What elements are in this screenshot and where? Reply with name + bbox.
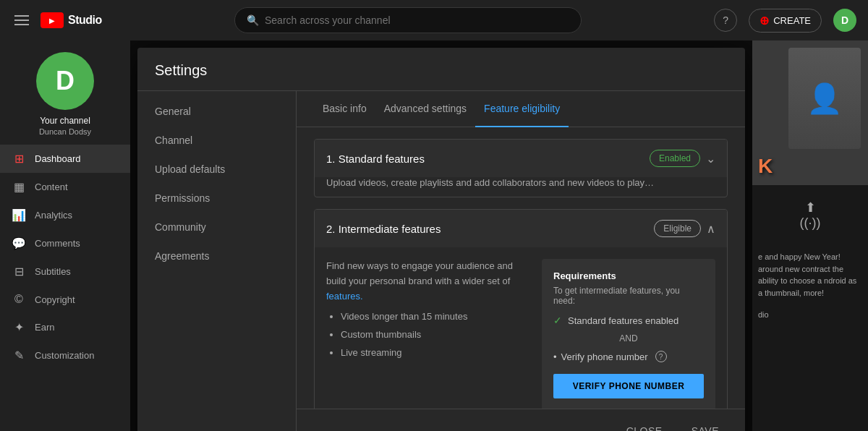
analytics-icon: 📊 <box>12 208 26 222</box>
feature-intermediate-title: 2. Intermediate features <box>326 223 441 235</box>
main-layout: D Your channel Duncan Dodsy ⊞ Dashboard … <box>0 40 868 431</box>
create-plus-icon: ⊕ <box>760 14 769 27</box>
tab-basic-info[interactable]: Basic info <box>314 91 375 127</box>
logo-text: Studio <box>68 14 102 27</box>
settings-nav-permissions[interactable]: Permissions <box>137 184 296 213</box>
cast-icon[interactable]: ((·)) <box>800 216 821 231</box>
settings-nav-community[interactable]: Community <box>137 213 296 242</box>
channel-name: Your channel <box>40 116 90 126</box>
sidebar-item-analytics[interactable]: 📊 Analytics <box>0 201 130 229</box>
navbar-right: ? ⊕ CREATE D <box>714 9 856 33</box>
feature-standard-chevron[interactable]: ⌄ <box>706 152 715 166</box>
feature-standard-header: 1. Standard features Enabled ⌄ <box>315 140 727 177</box>
sidebar-label-copyright: Copyright <box>35 294 75 305</box>
right-panel: 👤 K ⬆ ((·)) e and happy New Year! around… <box>752 40 868 431</box>
features-link[interactable]: features. <box>326 291 363 302</box>
navbar: Studio 🔍 ? ⊕ CREATE D <box>0 0 868 40</box>
customization-icon: ✎ <box>12 349 26 362</box>
sidebar: D Your channel Duncan Dodsy ⊞ Dashboard … <box>0 40 130 431</box>
user-avatar[interactable]: D <box>833 9 856 32</box>
sidebar-label-customization: Customization <box>35 350 94 361</box>
feature-intermediate-requirements: Requirements To get intermediate feature… <box>542 259 715 409</box>
help-icon: ? <box>723 14 728 26</box>
sidebar-label-comments: Comments <box>35 238 80 249</box>
sidebar-item-content[interactable]: ▦ Content <box>0 173 130 201</box>
sidebar-item-copyright[interactable]: © Copyright <box>0 286 130 313</box>
verify-phone-button[interactable]: VERIFY PHONE NUMBER <box>553 374 704 398</box>
settings-nav-agreements[interactable]: Agreements <box>137 242 296 270</box>
check-icon: ✓ <box>553 315 562 326</box>
req-phone-label: Verify phone number <box>561 351 648 362</box>
settings-nav-channel[interactable]: Channel <box>137 126 296 155</box>
right-panel-text: e and happy New Year! around new contrac… <box>758 252 856 297</box>
and-divider: AND <box>553 333 704 343</box>
modal-overlay: Settings General Channel Upload defaults… <box>130 40 752 431</box>
settings-footer: CLOSE SAVE <box>297 409 745 431</box>
sidebar-label-analytics: Analytics <box>35 210 72 221</box>
close-button[interactable]: CLOSE <box>618 419 671 431</box>
settings-nav-upload-defaults[interactable]: Upload defaults <box>137 155 296 184</box>
thumbnail-face: 👤 <box>788 48 861 149</box>
settings-tab-content: 1. Standard features Enabled ⌄ Upload vi… <box>297 127 745 409</box>
tab-advanced-settings[interactable]: Advanced settings <box>375 91 475 127</box>
studio-label: dio <box>752 304 868 325</box>
feature-intermediate-desc: Find new ways to engage your audience an… <box>326 259 524 304</box>
save-button[interactable]: SAVE <box>683 419 728 431</box>
requirements-title: Requirements <box>553 270 704 281</box>
channel-handle: Duncan Dodsy <box>39 127 91 136</box>
feature-intermediate-chevron[interactable]: ∧ <box>707 222 715 236</box>
list-item: Videos longer than 15 minutes <box>341 310 524 325</box>
thumbnail-image: 👤 K <box>752 40 868 185</box>
sidebar-item-comments[interactable]: 💬 Comments <box>0 229 130 257</box>
upload-icon-area: ⬆ ((·)) <box>752 185 868 245</box>
sidebar-item-subtitles[interactable]: ⊟ Subtitles <box>0 257 130 286</box>
settings-modal: Settings General Channel Upload defaults… <box>137 48 745 431</box>
create-label: CREATE <box>773 15 811 26</box>
feature-intermediate-list: Videos longer than 15 minutes Custom thu… <box>326 310 524 360</box>
thumbnail-overlay: K <box>758 155 773 178</box>
copyright-icon: © <box>12 293 26 306</box>
req-standard-label: Standard features enabled <box>568 315 678 326</box>
content-area: Settings General Channel Upload defaults… <box>130 40 752 431</box>
feature-intermediate: 2. Intermediate features Eligible ∧ <box>314 209 728 409</box>
feature-standard: 1. Standard features Enabled ⌄ Upload vi… <box>314 139 728 197</box>
feature-standard-badge-area: Enabled ⌄ <box>650 150 715 167</box>
hamburger-icon[interactable] <box>12 12 32 28</box>
sidebar-item-dashboard[interactable]: ⊞ Dashboard <box>0 145 130 173</box>
feature-standard-description: Upload videos, create playlists and add … <box>315 177 727 197</box>
upload-icon[interactable]: ⬆ <box>805 200 816 216</box>
feature-intermediate-body: Find new ways to engage your audience an… <box>315 247 727 409</box>
sidebar-nav: ⊞ Dashboard ▦ Content 📊 Analytics 💬 Comm… <box>0 145 130 370</box>
help-button[interactable]: ? <box>714 9 737 32</box>
sidebar-label-content: Content <box>35 182 68 192</box>
content-icon: ▦ <box>12 180 26 194</box>
tab-feature-eligibility-label: Feature eligibility <box>484 103 560 114</box>
list-item: Custom thumbnails <box>341 328 524 343</box>
search-input[interactable] <box>265 14 569 26</box>
right-text-content: e and happy New Year! around new contrac… <box>752 245 868 304</box>
feature-intermediate-header: 2. Intermediate features Eligible ∧ <box>315 210 727 247</box>
navbar-left: Studio <box>12 12 102 28</box>
settings-nav-general[interactable]: General <box>137 97 296 126</box>
sidebar-item-customization[interactable]: ✎ Customization <box>0 341 130 370</box>
req-phone: • Verify phone number ? <box>553 351 704 362</box>
feature-intermediate-badge: Eligible <box>654 220 701 237</box>
sidebar-item-earn[interactable]: ✦ Earn <box>0 313 130 341</box>
sidebar-label-subtitles: Subtitles <box>35 266 71 277</box>
settings-nav: General Channel Upload defaults Permissi… <box>137 91 297 431</box>
settings-header: Settings <box>137 48 745 91</box>
navbar-search: 🔍 <box>102 7 714 33</box>
comments-icon: 💬 <box>12 236 26 250</box>
tab-feature-eligibility[interactable]: Feature eligibility <box>475 91 569 127</box>
create-button[interactable]: ⊕ CREATE <box>749 9 822 33</box>
help-circle-icon[interactable]: ? <box>655 351 667 362</box>
feature-intermediate-left: Find new ways to engage your audience an… <box>326 259 524 409</box>
settings-tabs: Basic info Advanced settings Feature eli… <box>297 91 745 127</box>
sidebar-label-earn: Earn <box>35 322 54 333</box>
tab-basic-info-label: Basic info <box>323 103 367 114</box>
search-bar[interactable]: 🔍 <box>234 7 582 33</box>
logo: Studio <box>41 12 102 28</box>
requirements-sub: To get intermediate features, you need: <box>553 286 704 306</box>
channel-avatar: D <box>36 52 94 110</box>
settings-body: General Channel Upload defaults Permissi… <box>137 91 745 431</box>
